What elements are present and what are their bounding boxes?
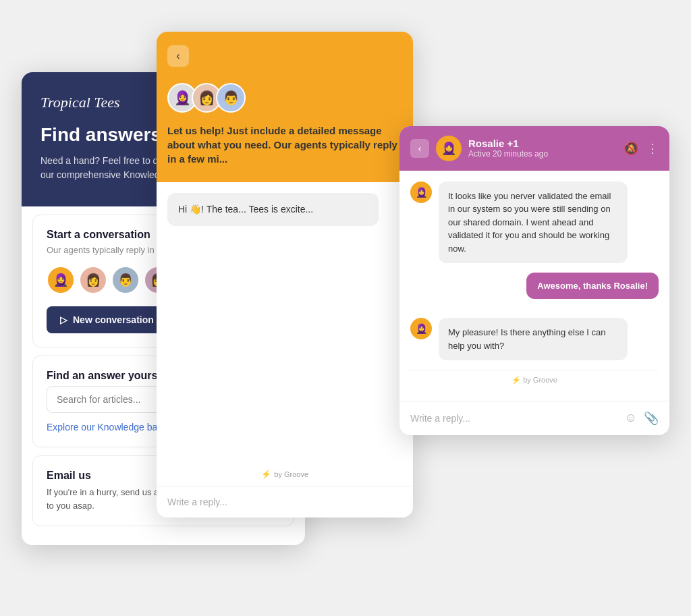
attach-icon[interactable]: 📎: [644, 411, 659, 426]
right-agent-info: Rosalie +1 Active 20 minutes ago: [468, 138, 617, 159]
new-conv-icon: ▷: [60, 314, 67, 325]
right-agent-avatar: 🧕: [436, 136, 462, 161]
agent-small-avatar-1: 🧕: [410, 181, 432, 203]
new-conversation-button[interactable]: ▷ New conversation: [47, 306, 167, 333]
middle-avatars: 🧕 👩 👨: [167, 83, 402, 113]
right-groove-badge: ⚡ by Groove: [410, 370, 659, 390]
right-chat-body: 🧕 It looks like you nerver validated the…: [399, 171, 669, 401]
widget-card-right: ‹ 🧕 Rosalie +1 Active 20 minutes ago 🔕 ⋮…: [399, 126, 669, 436]
widget-card-middle: ‹ 🧕 👩 👨 Let us help! Just include a deta…: [157, 32, 413, 517]
avatar-2: 👩: [79, 266, 107, 294]
middle-bubble-text: Hi 👋! The tea... Tees is excite...: [178, 204, 313, 215]
middle-reply-input[interactable]: Write a reply...: [167, 497, 227, 507]
right-agent-status: Active 20 minutes ago: [468, 149, 617, 159]
right-message-2: Awesome, thanks Rosalie!: [410, 273, 659, 308]
middle-chat-bubble: Hi 👋! The tea... Tees is excite...: [167, 193, 379, 226]
agent-small-avatar-2: 🧕: [410, 318, 432, 339]
middle-avatar-3: 👨: [216, 83, 246, 113]
lightning-icon: ⚡: [261, 470, 271, 479]
right-header: ‹ 🧕 Rosalie +1 Active 20 minutes ago 🔕 ⋮: [399, 126, 669, 171]
avatar-1: 🧕: [47, 266, 75, 294]
right-message-3: 🧕 My pleasure! Is there anything else I …: [410, 318, 659, 360]
incoming-bubble-1: It looks like you nerver validated the e…: [439, 181, 628, 264]
middle-back-button[interactable]: ‹: [167, 45, 189, 67]
knowledge-base-link[interactable]: Explore our Knowledge base: [47, 422, 167, 432]
outgoing-bubble-1: Awesome, thanks Rosalie!: [526, 273, 659, 299]
bell-off-icon[interactable]: 🔕: [624, 141, 638, 156]
middle-groove-badge: ⚡ by Groove: [157, 464, 413, 484]
right-lightning-icon: ⚡: [512, 376, 521, 384]
right-agent-name: Rosalie +1: [468, 138, 617, 149]
right-reply-input[interactable]: Write a reply...: [410, 413, 470, 424]
right-header-icons: 🔕 ⋮: [624, 141, 659, 156]
more-options-icon[interactable]: ⋮: [646, 141, 659, 156]
middle-header: ‹ 🧕 👩 👨 Let us help! Just include a deta…: [157, 32, 413, 182]
emoji-icon[interactable]: ☺: [625, 411, 637, 426]
right-back-button[interactable]: ‹: [410, 139, 429, 158]
right-reply-icons: ☺ 📎: [625, 411, 659, 426]
incoming-bubble-2: My pleasure! Is there anything else I ca…: [439, 318, 628, 360]
middle-reply-area: Write a reply...: [157, 486, 413, 517]
right-message-1: 🧕 It looks like you nerver validated the…: [410, 181, 659, 264]
middle-header-text: Let us help! Just include a detailed mes…: [167, 123, 402, 166]
right-reply-area: Write a reply... ☺ 📎: [399, 401, 669, 435]
avatar-3: 👨: [111, 266, 140, 294]
